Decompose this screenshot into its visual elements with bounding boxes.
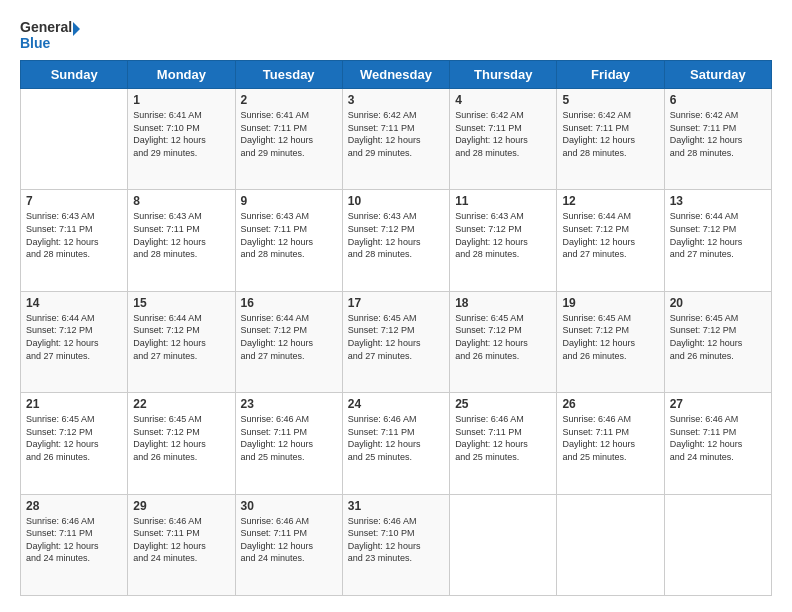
day-number: 12 (562, 194, 658, 208)
calendar-day-header: Friday (557, 61, 664, 89)
calendar-cell: 23Sunrise: 6:46 AM Sunset: 7:11 PM Dayli… (235, 393, 342, 494)
calendar-cell: 9Sunrise: 6:43 AM Sunset: 7:11 PM Daylig… (235, 190, 342, 291)
calendar-cell: 12Sunrise: 6:44 AM Sunset: 7:12 PM Dayli… (557, 190, 664, 291)
svg-marker-2 (73, 22, 80, 36)
day-number: 22 (133, 397, 229, 411)
day-number: 9 (241, 194, 337, 208)
calendar-week-row: 1Sunrise: 6:41 AM Sunset: 7:10 PM Daylig… (21, 89, 772, 190)
svg-text:General: General (20, 19, 72, 35)
day-number: 2 (241, 93, 337, 107)
calendar-day-header: Sunday (21, 61, 128, 89)
day-info: Sunrise: 6:45 AM Sunset: 7:12 PM Dayligh… (670, 312, 766, 362)
day-number: 11 (455, 194, 551, 208)
day-info: Sunrise: 6:42 AM Sunset: 7:11 PM Dayligh… (562, 109, 658, 159)
calendar-cell: 30Sunrise: 6:46 AM Sunset: 7:11 PM Dayli… (235, 494, 342, 595)
day-info: Sunrise: 6:43 AM Sunset: 7:12 PM Dayligh… (348, 210, 444, 260)
calendar-day-header: Saturday (664, 61, 771, 89)
calendar-cell (557, 494, 664, 595)
day-info: Sunrise: 6:42 AM Sunset: 7:11 PM Dayligh… (348, 109, 444, 159)
day-info: Sunrise: 6:46 AM Sunset: 7:11 PM Dayligh… (670, 413, 766, 463)
day-info: Sunrise: 6:46 AM Sunset: 7:11 PM Dayligh… (241, 413, 337, 463)
logo-svg: General Blue (20, 16, 80, 52)
calendar-day-header: Monday (128, 61, 235, 89)
day-number: 4 (455, 93, 551, 107)
day-info: Sunrise: 6:45 AM Sunset: 7:12 PM Dayligh… (455, 312, 551, 362)
day-info: Sunrise: 6:46 AM Sunset: 7:11 PM Dayligh… (348, 413, 444, 463)
calendar-cell (21, 89, 128, 190)
calendar-week-row: 21Sunrise: 6:45 AM Sunset: 7:12 PM Dayli… (21, 393, 772, 494)
day-number: 3 (348, 93, 444, 107)
calendar-cell: 8Sunrise: 6:43 AM Sunset: 7:11 PM Daylig… (128, 190, 235, 291)
calendar-cell: 14Sunrise: 6:44 AM Sunset: 7:12 PM Dayli… (21, 291, 128, 392)
calendar-week-row: 7Sunrise: 6:43 AM Sunset: 7:11 PM Daylig… (21, 190, 772, 291)
calendar-cell: 22Sunrise: 6:45 AM Sunset: 7:12 PM Dayli… (128, 393, 235, 494)
day-number: 21 (26, 397, 122, 411)
calendar-cell: 21Sunrise: 6:45 AM Sunset: 7:12 PM Dayli… (21, 393, 128, 494)
day-info: Sunrise: 6:45 AM Sunset: 7:12 PM Dayligh… (562, 312, 658, 362)
day-info: Sunrise: 6:43 AM Sunset: 7:11 PM Dayligh… (133, 210, 229, 260)
calendar-cell: 16Sunrise: 6:44 AM Sunset: 7:12 PM Dayli… (235, 291, 342, 392)
day-info: Sunrise: 6:46 AM Sunset: 7:11 PM Dayligh… (133, 515, 229, 565)
calendar-header-row: SundayMondayTuesdayWednesdayThursdayFrid… (21, 61, 772, 89)
calendar-cell: 4Sunrise: 6:42 AM Sunset: 7:11 PM Daylig… (450, 89, 557, 190)
calendar-week-row: 28Sunrise: 6:46 AM Sunset: 7:11 PM Dayli… (21, 494, 772, 595)
calendar-cell: 6Sunrise: 6:42 AM Sunset: 7:11 PM Daylig… (664, 89, 771, 190)
calendar-cell: 3Sunrise: 6:42 AM Sunset: 7:11 PM Daylig… (342, 89, 449, 190)
day-info: Sunrise: 6:41 AM Sunset: 7:11 PM Dayligh… (241, 109, 337, 159)
calendar-table: SundayMondayTuesdayWednesdayThursdayFrid… (20, 60, 772, 596)
header: General Blue (20, 16, 772, 52)
day-number: 14 (26, 296, 122, 310)
day-number: 25 (455, 397, 551, 411)
day-number: 8 (133, 194, 229, 208)
calendar-week-row: 14Sunrise: 6:44 AM Sunset: 7:12 PM Dayli… (21, 291, 772, 392)
calendar-cell: 28Sunrise: 6:46 AM Sunset: 7:11 PM Dayli… (21, 494, 128, 595)
day-number: 31 (348, 499, 444, 513)
day-number: 13 (670, 194, 766, 208)
day-number: 6 (670, 93, 766, 107)
day-info: Sunrise: 6:46 AM Sunset: 7:10 PM Dayligh… (348, 515, 444, 565)
day-info: Sunrise: 6:44 AM Sunset: 7:12 PM Dayligh… (26, 312, 122, 362)
day-info: Sunrise: 6:45 AM Sunset: 7:12 PM Dayligh… (348, 312, 444, 362)
day-info: Sunrise: 6:46 AM Sunset: 7:11 PM Dayligh… (562, 413, 658, 463)
day-info: Sunrise: 6:46 AM Sunset: 7:11 PM Dayligh… (241, 515, 337, 565)
day-info: Sunrise: 6:46 AM Sunset: 7:11 PM Dayligh… (455, 413, 551, 463)
calendar-cell: 5Sunrise: 6:42 AM Sunset: 7:11 PM Daylig… (557, 89, 664, 190)
calendar-cell: 19Sunrise: 6:45 AM Sunset: 7:12 PM Dayli… (557, 291, 664, 392)
calendar-cell: 25Sunrise: 6:46 AM Sunset: 7:11 PM Dayli… (450, 393, 557, 494)
day-number: 18 (455, 296, 551, 310)
day-info: Sunrise: 6:45 AM Sunset: 7:12 PM Dayligh… (133, 413, 229, 463)
calendar-cell: 29Sunrise: 6:46 AM Sunset: 7:11 PM Dayli… (128, 494, 235, 595)
day-info: Sunrise: 6:45 AM Sunset: 7:12 PM Dayligh… (26, 413, 122, 463)
day-number: 29 (133, 499, 229, 513)
day-info: Sunrise: 6:43 AM Sunset: 7:11 PM Dayligh… (26, 210, 122, 260)
day-info: Sunrise: 6:42 AM Sunset: 7:11 PM Dayligh… (455, 109, 551, 159)
day-number: 19 (562, 296, 658, 310)
day-number: 26 (562, 397, 658, 411)
day-number: 16 (241, 296, 337, 310)
day-number: 20 (670, 296, 766, 310)
day-number: 17 (348, 296, 444, 310)
calendar-cell: 1Sunrise: 6:41 AM Sunset: 7:10 PM Daylig… (128, 89, 235, 190)
calendar-cell: 11Sunrise: 6:43 AM Sunset: 7:12 PM Dayli… (450, 190, 557, 291)
day-number: 1 (133, 93, 229, 107)
calendar-cell: 18Sunrise: 6:45 AM Sunset: 7:12 PM Dayli… (450, 291, 557, 392)
day-number: 7 (26, 194, 122, 208)
day-info: Sunrise: 6:44 AM Sunset: 7:12 PM Dayligh… (133, 312, 229, 362)
day-info: Sunrise: 6:43 AM Sunset: 7:12 PM Dayligh… (455, 210, 551, 260)
day-info: Sunrise: 6:44 AM Sunset: 7:12 PM Dayligh… (670, 210, 766, 260)
day-info: Sunrise: 6:44 AM Sunset: 7:12 PM Dayligh… (562, 210, 658, 260)
day-number: 10 (348, 194, 444, 208)
day-number: 24 (348, 397, 444, 411)
calendar-cell: 31Sunrise: 6:46 AM Sunset: 7:10 PM Dayli… (342, 494, 449, 595)
calendar-cell: 10Sunrise: 6:43 AM Sunset: 7:12 PM Dayli… (342, 190, 449, 291)
day-info: Sunrise: 6:44 AM Sunset: 7:12 PM Dayligh… (241, 312, 337, 362)
calendar-cell: 27Sunrise: 6:46 AM Sunset: 7:11 PM Dayli… (664, 393, 771, 494)
calendar-cell: 26Sunrise: 6:46 AM Sunset: 7:11 PM Dayli… (557, 393, 664, 494)
calendar-cell (664, 494, 771, 595)
day-number: 15 (133, 296, 229, 310)
day-info: Sunrise: 6:46 AM Sunset: 7:11 PM Dayligh… (26, 515, 122, 565)
day-info: Sunrise: 6:42 AM Sunset: 7:11 PM Dayligh… (670, 109, 766, 159)
calendar-cell: 15Sunrise: 6:44 AM Sunset: 7:12 PM Dayli… (128, 291, 235, 392)
calendar-cell: 17Sunrise: 6:45 AM Sunset: 7:12 PM Dayli… (342, 291, 449, 392)
day-info: Sunrise: 6:41 AM Sunset: 7:10 PM Dayligh… (133, 109, 229, 159)
